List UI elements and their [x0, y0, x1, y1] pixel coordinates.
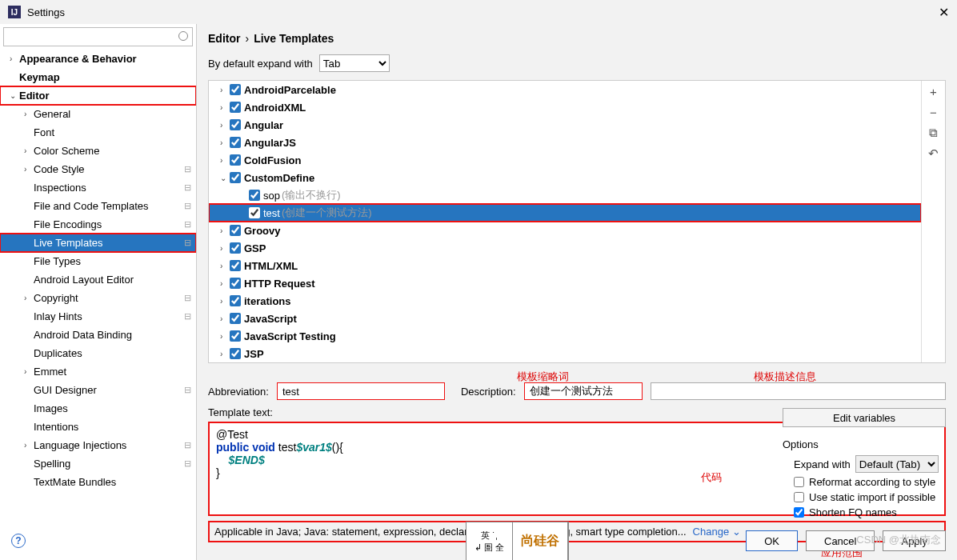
- sidebar-item-intentions[interactable]: Intentions: [0, 418, 196, 436]
- template-item[interactable]: test (创建一个测试方法): [209, 204, 921, 222]
- expand-with-select[interactable]: Default (Tab): [855, 455, 939, 473]
- sidebar-item-android-data-binding[interactable]: Android Data Binding: [0, 326, 196, 344]
- sidebar-item-file-types[interactable]: File Types: [0, 252, 196, 270]
- sidebar-item-gui-designer[interactable]: GUI Designer⊟: [0, 381, 196, 399]
- template-list-box: ›AndroidParcelable›AndroidXML›Angular›An…: [208, 80, 946, 363]
- cancel-button[interactable]: Cancel: [806, 530, 875, 551]
- options-header: Options: [783, 438, 946, 450]
- template-item[interactable]: ›Angular: [209, 116, 921, 134]
- reformat-checkbox[interactable]: [794, 477, 804, 487]
- template-item[interactable]: ›iterations: [209, 292, 921, 310]
- desc-input-ext[interactable]: [651, 382, 946, 400]
- template-item[interactable]: ›GSP: [209, 239, 921, 257]
- apply-button[interactable]: Apply: [883, 530, 946, 551]
- expand-select[interactable]: Tab: [319, 54, 390, 72]
- shorten-fq-checkbox[interactable]: [794, 507, 804, 518]
- template-item[interactable]: ›HTML/XML: [209, 257, 921, 274]
- settings-tree[interactable]: ›Appearance & BehaviorKeymap⌄Editor›Gene…: [0, 50, 196, 560]
- sidebar-item-general[interactable]: ›General: [0, 105, 196, 123]
- breadcrumb: Editor›Live Templates: [197, 24, 957, 50]
- sidebar-item-keymap[interactable]: Keymap: [0, 68, 196, 86]
- sidebar-item-code-style[interactable]: ›Code Style⊟: [0, 160, 196, 178]
- close-icon[interactable]: ✕: [939, 5, 949, 20]
- sidebar-item-spelling[interactable]: Spelling⊟: [0, 454, 196, 473]
- sidebar-item-appearance-behavior[interactable]: ›Appearance & Behavior: [0, 50, 196, 68]
- sidebar-item-inlay-hints[interactable]: Inlay Hints⊟: [0, 307, 196, 326]
- sidebar-item-language-injections[interactable]: ›Language Injections⊟: [0, 436, 196, 454]
- template-item[interactable]: ›AngularJS: [209, 134, 921, 151]
- abbrev-label: Abbreviation:: [208, 386, 269, 398]
- sidebar-item-android-layout-editor[interactable]: Android Layout Editor: [0, 270, 196, 289]
- template-item[interactable]: ›HTTP Request: [209, 274, 921, 292]
- template-item[interactable]: ›JavaScript: [209, 310, 921, 327]
- sidebar-item-images[interactable]: Images: [0, 399, 196, 418]
- options-panel: Edit variables Options Expand with Defau…: [771, 408, 957, 522]
- template-item[interactable]: ›AndroidXML: [209, 98, 921, 116]
- add-button[interactable]: +: [922, 81, 945, 102]
- sidebar-item-font[interactable]: Font: [0, 123, 196, 142]
- template-item[interactable]: ›JavaScript Testing: [209, 327, 921, 345]
- sidebar-item-editor[interactable]: ⌄Editor: [0, 86, 196, 105]
- template-item[interactable]: ›AndroidParcelable: [209, 81, 921, 98]
- search-input[interactable]: [3, 27, 193, 46]
- sidebar-item-inspections[interactable]: Inspections⊟: [0, 178, 196, 197]
- static-import-checkbox[interactable]: [794, 492, 804, 502]
- sidebar-item-color-scheme[interactable]: ›Color Scheme: [0, 142, 196, 160]
- edit-variables-button[interactable]: Edit variables: [783, 408, 946, 427]
- desc-input[interactable]: [524, 382, 643, 400]
- help-icon[interactable]: ?: [11, 534, 26, 548]
- template-side-buttons: + − ⧉ ↶: [921, 81, 945, 362]
- undo-button[interactable]: ↶: [922, 143, 945, 164]
- template-tree[interactable]: ›AndroidParcelable›AndroidXML›Angular›An…: [209, 81, 921, 362]
- settings-sidebar: ›Appearance & BehaviorKeymap⌄Editor›Gene…: [0, 24, 197, 560]
- ok-button[interactable]: OK: [746, 530, 798, 551]
- desc-label: Description:: [461, 386, 516, 398]
- template-item[interactable]: ›Groovy: [209, 222, 921, 239]
- sidebar-item-file-encodings[interactable]: File Encodings⊟: [0, 215, 196, 234]
- copy-button[interactable]: ⧉: [922, 122, 945, 143]
- abbrev-input[interactable]: [277, 382, 445, 400]
- sidebar-item-file-and-code-templates[interactable]: File and Code Templates⊟: [0, 197, 196, 215]
- ime-widget: 英 ˙ˌ↲ 圄 全 尚硅谷: [466, 522, 569, 560]
- template-item[interactable]: ›JSP: [209, 345, 921, 362]
- app-icon: IJ: [8, 6, 21, 18]
- window-title: Settings: [27, 6, 65, 18]
- sidebar-item-duplicates[interactable]: Duplicates: [0, 344, 196, 362]
- title-bar: IJ Settings ✕: [0, 0, 957, 24]
- sidebar-item-copyright[interactable]: ›Copyright⊟: [0, 289, 196, 307]
- template-item[interactable]: ⌄CustomDefine: [209, 169, 921, 186]
- remove-button[interactable]: −: [922, 102, 945, 122]
- expand-label: By default expand with: [208, 58, 313, 70]
- sidebar-item-live-templates[interactable]: Live Templates⊟: [0, 234, 196, 252]
- template-item[interactable]: ›ColdFusion: [209, 151, 921, 169]
- content-pane: Editor›Live Templates By default expand …: [197, 24, 957, 560]
- sidebar-item-textmate-bundles[interactable]: TextMate Bundles: [0, 473, 196, 491]
- sidebar-item-emmet[interactable]: ›Emmet: [0, 362, 196, 381]
- template-item[interactable]: sop (输出不换行): [209, 186, 921, 204]
